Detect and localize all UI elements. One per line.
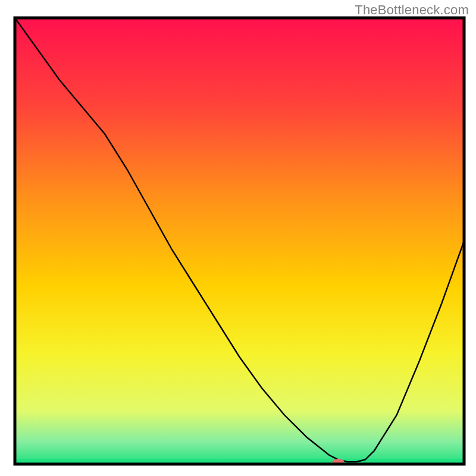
watermark-text: TheBottleneck.com — [355, 2, 469, 18]
chart-container: TheBottleneck.com — [0, 0, 476, 476]
plot-background — [15, 18, 464, 464]
bottleneck-chart — [0, 0, 476, 476]
